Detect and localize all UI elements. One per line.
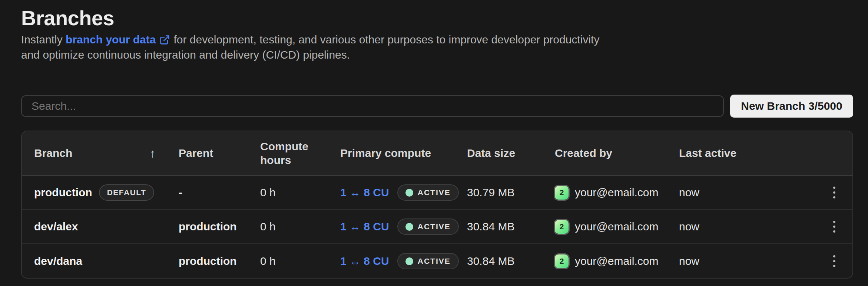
created-by-cell: 2 your@email.com bbox=[555, 186, 679, 200]
created-by-email: your@email.com bbox=[575, 220, 659, 233]
column-header-parent[interactable]: Parent bbox=[179, 147, 260, 160]
description-line1-rest: for development, testing, and various ot… bbox=[173, 33, 599, 46]
branch-cell: dev/alex bbox=[34, 220, 179, 233]
column-header-branch[interactable]: Branch ↑ bbox=[34, 147, 179, 160]
compute-units-range: 1 ↔ 8 CU bbox=[340, 255, 389, 267]
compute-hours-cell: 0 h bbox=[260, 186, 340, 199]
last-active-cell: now bbox=[679, 255, 816, 267]
compute-units-range: 1 ↔ 8 CU bbox=[340, 186, 389, 199]
branch-name: production bbox=[34, 186, 92, 199]
column-header-compute-hours[interactable]: Compute hours bbox=[260, 139, 340, 167]
search-input[interactable] bbox=[21, 95, 724, 117]
branch-cell: dev/dana bbox=[34, 255, 179, 267]
branch-name: dev/alex bbox=[34, 220, 78, 233]
last-active-cell: now bbox=[679, 186, 816, 199]
branches-table: Branch ↑ Parent Compute hours Primary co… bbox=[21, 131, 853, 279]
page-title: Branches bbox=[21, 6, 114, 30]
compute-units-range: 1 ↔ 8 CU bbox=[340, 220, 389, 233]
row-menu-kebab-icon[interactable] bbox=[829, 183, 839, 202]
parent-cell: - bbox=[179, 186, 260, 199]
new-branch-button[interactable]: New Branch 3/5000 bbox=[730, 95, 853, 118]
external-link-icon bbox=[159, 34, 170, 45]
toolbar: New Branch 3/5000 bbox=[21, 95, 853, 118]
data-size-cell: 30.79 MB bbox=[467, 186, 555, 199]
created-by-cell: 2 your@email.com bbox=[555, 254, 679, 268]
row-actions-cell bbox=[816, 217, 852, 236]
column-header-created-by[interactable]: Created by bbox=[555, 147, 679, 160]
status-badge: ACTIVE bbox=[397, 218, 459, 235]
compute-hours-cell: 0 h bbox=[260, 255, 340, 267]
primary-compute-cell: 1 ↔ 8 CU ACTIVE bbox=[340, 184, 467, 201]
page-description: Instantly branch your datafor developmen… bbox=[21, 32, 599, 62]
branch-name: dev/dana bbox=[34, 255, 82, 267]
default-badge: DEFAULT bbox=[99, 184, 155, 201]
column-header-last-active[interactable]: Last active bbox=[679, 147, 816, 160]
row-menu-kebab-icon[interactable] bbox=[829, 252, 839, 271]
description-line-1: Instantly branch your datafor developmen… bbox=[21, 32, 599, 47]
parent-cell: production bbox=[179, 255, 260, 267]
avatar: 2 bbox=[555, 186, 569, 200]
table-row-dev-alex[interactable]: dev/alex production 0 h 1 ↔ 8 CU ACTIVE … bbox=[22, 210, 852, 244]
status-badge: ACTIVE bbox=[397, 253, 459, 269]
active-status-dot-icon bbox=[405, 189, 413, 197]
table-header-row: Branch ↑ Parent Compute hours Primary co… bbox=[22, 131, 852, 176]
column-header-primary-compute[interactable]: Primary compute bbox=[340, 147, 467, 160]
active-status-dot-icon bbox=[405, 223, 413, 231]
created-by-email: your@email.com bbox=[575, 255, 659, 267]
description-prefix: Instantly bbox=[21, 33, 66, 46]
description-line-2: and optimize continuous integration and … bbox=[21, 47, 599, 62]
last-active-cell: now bbox=[679, 220, 816, 233]
row-actions-cell bbox=[816, 183, 852, 202]
created-by-cell: 2 your@email.com bbox=[555, 220, 679, 234]
created-by-email: your@email.com bbox=[575, 186, 659, 199]
data-size-cell: 30.84 MB bbox=[467, 220, 555, 233]
column-header-data-size[interactable]: Data size bbox=[467, 147, 555, 160]
branch-your-data-link[interactable]: branch your data bbox=[66, 32, 173, 47]
primary-compute-cell: 1 ↔ 8 CU ACTIVE bbox=[340, 218, 467, 235]
parent-cell: production bbox=[179, 220, 260, 233]
table-row-production[interactable]: production DEFAULT - 0 h 1 ↔ 8 CU ACTIVE… bbox=[22, 176, 852, 210]
sort-ascending-icon[interactable]: ↑ bbox=[150, 147, 156, 160]
column-header-branch-label: Branch bbox=[34, 147, 72, 160]
row-actions-cell bbox=[816, 252, 852, 271]
branch-your-data-link-label: branch your data bbox=[66, 32, 156, 47]
data-size-cell: 30.84 MB bbox=[467, 255, 555, 267]
compute-hours-cell: 0 h bbox=[260, 220, 340, 233]
branch-cell: production DEFAULT bbox=[34, 184, 179, 201]
avatar: 2 bbox=[555, 254, 569, 268]
avatar: 2 bbox=[555, 220, 569, 234]
active-status-dot-icon bbox=[405, 257, 413, 265]
primary-compute-cell: 1 ↔ 8 CU ACTIVE bbox=[340, 253, 467, 269]
table-row-dev-dana[interactable]: dev/dana production 0 h 1 ↔ 8 CU ACTIVE … bbox=[22, 244, 852, 278]
row-menu-kebab-icon[interactable] bbox=[829, 217, 839, 236]
status-badge: ACTIVE bbox=[397, 184, 459, 201]
